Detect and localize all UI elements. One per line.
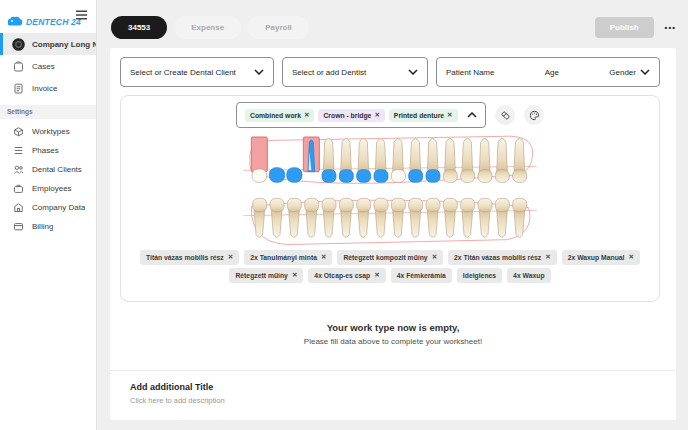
close-icon[interactable]: ✕: [374, 272, 379, 279]
phase-tag-2x-waxup-manual[interactable]: 2x Waxup Manual✕: [562, 250, 640, 265]
hamburger-menu-icon[interactable]: [75, 6, 88, 24]
sidebar-item-label: Company Data: [32, 203, 85, 212]
phase-tag-4x-f-mker-mia[interactable]: 4x Fémkerámia: [391, 268, 452, 283]
phase-tag-ideiglenes[interactable]: Ideiglenes: [457, 268, 502, 283]
additional-description[interactable]: Click here to add description: [130, 396, 225, 405]
topbar-actions: Publish •••: [595, 17, 676, 38]
dentist-select-label: Select or add Dentist: [292, 68, 366, 77]
dental-client-select-label: Select or Create Dental Client: [130, 68, 236, 77]
billing-icon: [12, 221, 25, 232]
logo-icon: [7, 13, 23, 31]
phase-tag-tit-n-v-zas-mobilis-r-sz[interactable]: Titán vázas mobilis rész✕: [140, 250, 239, 265]
sidebar-item-phases[interactable]: Phases: [0, 141, 96, 160]
close-icon[interactable]: ✕: [321, 254, 326, 261]
sidebar-item-cases[interactable]: Cases: [0, 55, 96, 77]
sidebar-item-label: Phases: [32, 146, 59, 155]
section-divider: [110, 370, 676, 371]
worktype-row: Combined work✕Crown - bridge✕Printed den…: [121, 102, 659, 128]
expense-tab[interactable]: Expense: [174, 16, 241, 39]
patient-name-field[interactable]: Patient Name: [446, 68, 494, 77]
phases-icon: [12, 145, 25, 156]
publish-button[interactable]: Publish: [595, 17, 654, 38]
phase-tag-4x-waxup[interactable]: 4x Waxup: [507, 268, 550, 283]
phase-tag-r-tegzett-kompozit-m-ny[interactable]: Rétegzett kompozit műíny✕: [337, 250, 443, 265]
tooth-chart[interactable]: [242, 133, 538, 247]
worktypes-icon: [12, 126, 25, 137]
invoice-icon: [12, 83, 25, 94]
chevron-up-icon[interactable]: [467, 112, 477, 118]
phase-tags-row-2: Rétegzett műíny✕4x Otcap-es csap✕4x Fémk…: [121, 268, 659, 283]
cases-icon: [12, 61, 25, 72]
dental-client-select[interactable]: Select or Create Dental Client: [120, 57, 274, 87]
sidebar-item-worktypes[interactable]: Worktypes: [0, 122, 96, 141]
topbar: 34553 Expense Payroll Publish •••: [111, 15, 676, 39]
sidebar-item-label: Dental Clients: [32, 165, 82, 174]
close-icon[interactable]: ✕: [228, 254, 233, 261]
sidebar-item-invoice[interactable]: Invoice: [0, 77, 96, 99]
worksheet-card: Select or Create Dental Client Select or…: [110, 48, 676, 420]
close-icon[interactable]: ✕: [432, 254, 437, 261]
close-icon[interactable]: ✕: [292, 272, 297, 279]
phase-tag-2x-tit-n-v-zas-mobilis-r-sz[interactable]: 2x Titán vázas mobilis rész✕: [448, 250, 557, 265]
payroll-tab[interactable]: Payroll: [248, 16, 309, 39]
empty-state-title: Your work type now is empty,: [110, 322, 676, 333]
phase-tag-4x-otcap-es-csap[interactable]: 4x Otcap-es csap✕: [308, 268, 385, 283]
sidebar-main-nav: Company Long N...CasesInvoice: [0, 33, 96, 99]
empty-state-subtitle: Please fill data above to complete your …: [110, 337, 676, 346]
logo-text: DENTECH 24: [26, 17, 81, 27]
phase-tag-2x-tanulm-nyi-minta[interactable]: 2x Tanulmányi minta✕: [244, 250, 332, 265]
sidebar-item-label: Billing: [32, 222, 53, 231]
close-icon[interactable]: ✕: [304, 112, 309, 119]
sidebar-item-employees[interactable]: Employees: [0, 179, 96, 198]
sidebar-item-label: Invoice: [32, 84, 57, 93]
empty-state: Your work type now is empty, Please fill…: [110, 322, 676, 346]
case-number-tab[interactable]: 34553: [111, 16, 167, 39]
sidebar-item-dental-clients[interactable]: Dental Clients: [0, 160, 96, 179]
clients-icon: [12, 164, 25, 175]
close-icon[interactable]: ✕: [447, 112, 452, 119]
worktype-tag-crown-bridge[interactable]: Crown - bridge✕: [318, 109, 384, 122]
dentist-select[interactable]: Select or add Dentist: [282, 57, 428, 87]
sidebar-item-label: Company Long N...: [32, 40, 96, 49]
sidebar-item-company-long-n[interactable]: Company Long N...: [0, 33, 96, 55]
worktype-tag-printed-denture[interactable]: Printed denture✕: [389, 109, 458, 122]
eraser-button[interactable]: [495, 105, 515, 125]
palette-button[interactable]: [524, 105, 544, 125]
close-icon[interactable]: ✕: [545, 254, 550, 261]
worktype-multiselect[interactable]: Combined work✕Crown - bridge✕Printed den…: [236, 102, 486, 128]
close-icon[interactable]: ✕: [374, 112, 379, 119]
avatar-icon: [12, 38, 25, 51]
sidebar-item-billing[interactable]: Billing: [0, 217, 96, 236]
employees-icon: [12, 183, 25, 194]
palette-icon: [529, 110, 540, 121]
additional-title[interactable]: Add additional Title: [130, 382, 225, 392]
chevron-down-icon: [640, 69, 650, 75]
phase-tag-r-tegzett-m-ny[interactable]: Rétegzett műíny✕: [229, 268, 303, 283]
sidebar-item-label: Cases: [32, 62, 55, 71]
eraser-icon: [500, 110, 511, 121]
more-options-icon[interactable]: •••: [665, 23, 676, 32]
additional-title-section[interactable]: Add additional Title Click here to add d…: [130, 382, 225, 405]
app-root: DENTECH 24 Company Long N...CasesInvoice…: [0, 0, 688, 430]
worktype-tag-combined-work[interactable]: Combined work✕: [245, 109, 314, 122]
sidebar-settings-nav: WorktypesPhasesDental ClientsEmployeesCo…: [0, 122, 96, 236]
gender-select[interactable]: Gender: [609, 68, 650, 77]
gender-select-label: Gender: [609, 68, 636, 77]
tooth-chart-panel: Combined work✕Crown - bridge✕Printed den…: [120, 95, 660, 302]
sidebar: DENTECH 24 Company Long N...CasesInvoice…: [0, 0, 97, 430]
chevron-down-icon: [254, 69, 264, 75]
sidebar-item-label: Employees: [32, 184, 72, 193]
phase-tags-row-1: Titán vázas mobilis rész✕2x Tanulmányi m…: [121, 250, 659, 265]
chevron-down-icon: [408, 69, 418, 75]
close-icon[interactable]: ✕: [628, 254, 633, 261]
company-icon: [12, 202, 25, 213]
main-area: 34553 Expense Payroll Publish ••• Select…: [97, 0, 688, 430]
worktype-tags: Combined work✕Crown - bridge✕Printed den…: [245, 109, 458, 122]
patient-form-row: Select or Create Dental Client Select or…: [120, 57, 660, 87]
sidebar-item-label: Worktypes: [32, 127, 70, 136]
sidebar-section-settings: Settings: [0, 105, 96, 119]
sidebar-item-company-data[interactable]: Company Data: [0, 198, 96, 217]
patient-info-box[interactable]: Patient Name Age Gender: [436, 57, 660, 87]
age-field[interactable]: Age: [545, 68, 559, 77]
